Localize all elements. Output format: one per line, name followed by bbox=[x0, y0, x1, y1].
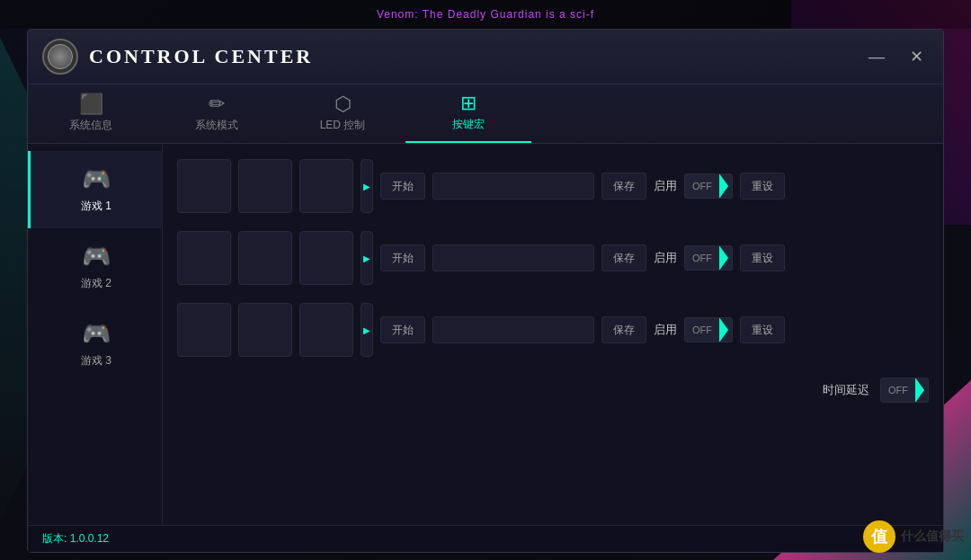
game-row-1: ▶ 开始 保存 启用 OFF 重设 bbox=[177, 155, 929, 218]
reset-button-1[interactable]: 重设 bbox=[740, 173, 785, 200]
toggle-1-arrow bbox=[719, 173, 728, 199]
close-button[interactable]: ✕ bbox=[904, 47, 929, 67]
time-delay-row: 时间延迟 OFF bbox=[177, 370, 929, 410]
toggle-2-text: OFF bbox=[685, 246, 719, 270]
toggle-2-arrow bbox=[719, 245, 728, 271]
macro-input-1[interactable] bbox=[432, 173, 594, 200]
game3-icon: 🎮 bbox=[82, 320, 111, 348]
save-button-3[interactable]: 保存 bbox=[601, 316, 646, 343]
key-block-3c[interactable] bbox=[299, 303, 353, 357]
app-logo bbox=[42, 39, 78, 75]
macro-icon: ⊞ bbox=[460, 93, 477, 113]
tabs-bar: ⬛ 系统信息 ✏ 系统模式 ⬡ LED 控制 ⊞ 按键宏 bbox=[28, 84, 943, 144]
toggle-1[interactable]: OFF bbox=[684, 173, 733, 199]
start-button-1[interactable]: 开始 bbox=[380, 173, 425, 200]
led-icon: ⬡ bbox=[334, 94, 352, 114]
key-block-2b[interactable] bbox=[238, 231, 292, 285]
watermark-icon-text: 值 bbox=[871, 526, 887, 547]
enable-label-2: 启用 bbox=[654, 250, 677, 266]
main-panel: ▶ 开始 保存 启用 OFF 重设 ▶ 开始 保存 启用 bbox=[163, 144, 943, 525]
time-delay-toggle[interactable]: OFF bbox=[880, 378, 929, 403]
toggle-3-text: OFF bbox=[685, 318, 719, 342]
sidebar-item-game2[interactable]: 🎮 游戏 2 bbox=[28, 228, 162, 306]
key-block-2a[interactable] bbox=[177, 231, 231, 285]
game2-icon: 🎮 bbox=[82, 243, 111, 271]
main-window: Control Center — ✕ ⬛ 系统信息 ✏ 系统模式 ⬡ LED 控… bbox=[27, 29, 944, 553]
game2-label: 游戏 2 bbox=[81, 276, 111, 291]
start-button-2[interactable]: 开始 bbox=[380, 244, 425, 271]
time-delay-label: 时间延迟 bbox=[823, 382, 869, 398]
minimize-button[interactable]: — bbox=[863, 47, 890, 67]
key-block-1c[interactable] bbox=[299, 159, 353, 213]
watermark-icon: 值 bbox=[863, 520, 895, 553]
macro-input-2[interactable] bbox=[432, 244, 594, 271]
window-controls: — ✕ bbox=[863, 47, 929, 67]
system-mode-icon: ✏ bbox=[209, 94, 225, 114]
tab-system-info[interactable]: ⬛ 系统信息 bbox=[28, 84, 154, 143]
key-block-1a[interactable] bbox=[177, 159, 231, 213]
tab-system-mode[interactable]: ✏ 系统模式 bbox=[154, 84, 280, 143]
sidebar-item-game3[interactable]: 🎮 游戏 3 bbox=[28, 306, 162, 383]
content-area: 🎮 游戏 1 🎮 游戏 2 🎮 游戏 3 ▶ 开始 保存 bbox=[28, 144, 943, 525]
tab-system-info-label: 系统信息 bbox=[69, 118, 112, 133]
reset-button-2[interactable]: 重设 bbox=[740, 244, 785, 271]
macro-input-3[interactable] bbox=[432, 316, 594, 343]
start-button-3[interactable]: 开始 bbox=[380, 316, 425, 343]
tab-macro-label: 按键宏 bbox=[452, 117, 485, 132]
time-delay-toggle-text: OFF bbox=[881, 378, 915, 402]
title-bar: Control Center — ✕ bbox=[28, 30, 943, 84]
key-block-3b[interactable] bbox=[238, 303, 292, 357]
app-logo-inner bbox=[48, 44, 73, 69]
key-block-2c[interactable] bbox=[299, 231, 353, 285]
status-bar: 版本: 1.0.0.12 bbox=[28, 525, 943, 552]
system-info-icon: ⬛ bbox=[79, 94, 103, 114]
version-text: 版本: 1.0.0.12 bbox=[42, 531, 109, 547]
watermark-text: 什么值得买 bbox=[901, 529, 964, 545]
game1-icon: 🎮 bbox=[82, 165, 111, 193]
game3-label: 游戏 3 bbox=[81, 353, 111, 369]
sidebar-item-game1[interactable]: 🎮 游戏 1 bbox=[28, 151, 162, 228]
browser-title-text: Venom: The Deadly Guardian is a sci-f bbox=[377, 8, 594, 21]
watermark: 值 什么值得买 bbox=[863, 520, 964, 553]
game1-label: 游戏 1 bbox=[81, 199, 111, 214]
key-block-1b[interactable] bbox=[238, 159, 292, 213]
browser-title-bar: Venom: The Deadly Guardian is a sci-f bbox=[0, 0, 971, 29]
app-title: Control Center bbox=[89, 45, 863, 68]
toggle-2[interactable]: OFF bbox=[684, 245, 733, 271]
tab-led-label: LED 控制 bbox=[320, 118, 366, 133]
toggle-3-arrow bbox=[719, 317, 728, 342]
enable-label-3: 启用 bbox=[654, 322, 677, 338]
game-row-3: ▶ 开始 保存 启用 OFF 重设 bbox=[177, 298, 929, 361]
arrow-block-2: ▶ bbox=[361, 231, 373, 285]
save-button-2[interactable]: 保存 bbox=[601, 244, 646, 271]
arrow-block-3: ▶ bbox=[361, 303, 373, 357]
key-block-3a[interactable] bbox=[177, 303, 231, 357]
toggle-1-text: OFF bbox=[685, 174, 719, 198]
reset-button-3[interactable]: 重设 bbox=[740, 316, 785, 343]
tab-led-control[interactable]: ⬡ LED 控制 bbox=[280, 84, 405, 143]
game-row-2: ▶ 开始 保存 启用 OFF 重设 bbox=[177, 227, 929, 289]
enable-label-1: 启用 bbox=[654, 178, 677, 194]
tab-macro[interactable]: ⊞ 按键宏 bbox=[405, 84, 531, 143]
time-delay-toggle-arrow bbox=[915, 378, 924, 403]
sidebar: 🎮 游戏 1 🎮 游戏 2 🎮 游戏 3 bbox=[28, 144, 163, 525]
toggle-3[interactable]: OFF bbox=[684, 317, 733, 342]
save-button-1[interactable]: 保存 bbox=[601, 173, 646, 200]
arrow-block-1: ▶ bbox=[361, 159, 373, 213]
tab-system-mode-label: 系统模式 bbox=[195, 118, 238, 133]
